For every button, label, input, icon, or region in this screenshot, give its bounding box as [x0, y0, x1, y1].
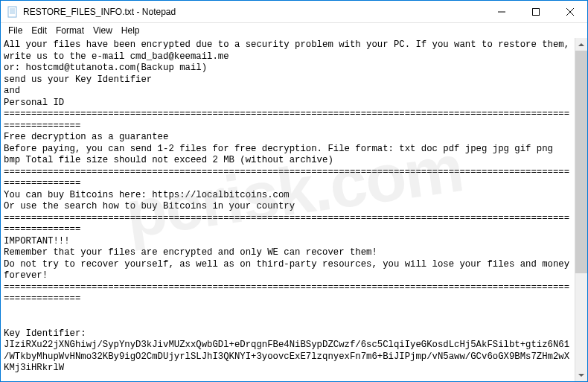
- vertical-scrollbar[interactable]: [575, 38, 587, 381]
- notepad-window: RESTORE_FILES_INFO.txt - Notepad File Ed…: [0, 0, 588, 382]
- menu-view[interactable]: View: [89, 24, 117, 37]
- svg-rect-6: [533, 8, 540, 15]
- menu-file[interactable]: File: [4, 24, 27, 37]
- minimize-icon: [498, 8, 505, 16]
- minimize-button[interactable]: [485, 1, 519, 22]
- menu-edit[interactable]: Edit: [27, 24, 51, 37]
- close-icon: [566, 8, 574, 16]
- window-title: RESTORE_FILES_INFO.txt - Notepad: [23, 7, 485, 17]
- maximize-button[interactable]: [519, 1, 553, 22]
- close-button[interactable]: [553, 1, 587, 22]
- text-editor[interactable]: All your files have been encrypted due t…: [1, 38, 575, 381]
- menu-format[interactable]: Format: [51, 24, 89, 37]
- titlebar: RESTORE_FILES_INFO.txt - Notepad: [1, 1, 587, 23]
- scroll-up-arrow[interactable]: [575, 38, 587, 51]
- window-controls: [485, 1, 587, 22]
- scroll-thumb[interactable]: [575, 51, 587, 273]
- scroll-track[interactable]: [575, 51, 587, 369]
- chevron-up-icon: [578, 43, 584, 46]
- menu-help[interactable]: Help: [117, 24, 144, 37]
- content-area: All your files have been encrypted due t…: [1, 38, 587, 381]
- chevron-down-icon: [578, 374, 584, 377]
- notepad-icon: [7, 6, 19, 18]
- scroll-down-arrow[interactable]: [575, 369, 587, 381]
- maximize-icon: [532, 8, 540, 16]
- menubar: File Edit Format View Help: [1, 23, 587, 38]
